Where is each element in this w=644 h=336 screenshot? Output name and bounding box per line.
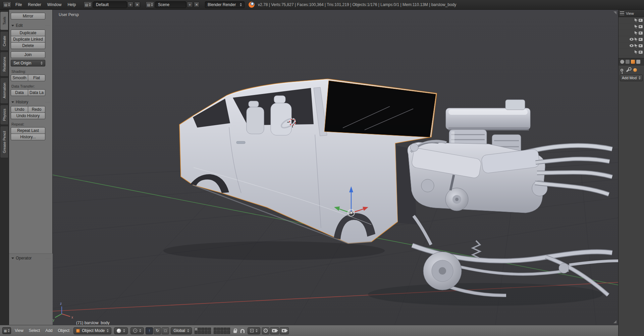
layer-cell[interactable] (224, 328, 227, 331)
viewport-shading-select[interactable] (114, 327, 128, 334)
pivot-point-select[interactable] (130, 327, 144, 334)
manipulator-translate-toggle[interactable]: ↑ (146, 327, 153, 334)
render-engine-select[interactable]: Blender Render (205, 1, 245, 8)
properties-tab-scene-icon[interactable] (626, 60, 630, 64)
menu-object[interactable]: Object (55, 328, 72, 333)
history-panel-header[interactable]: History (11, 100, 52, 104)
set-origin-menu[interactable]: Set Origin (11, 60, 45, 66)
panel-grip-icon[interactable] (46, 256, 51, 260)
menu-help[interactable]: Help (64, 0, 79, 10)
restrict-select-icon[interactable] (635, 50, 638, 54)
restrict-view-icon[interactable] (630, 44, 634, 47)
lock-icon[interactable] (233, 330, 237, 333)
smooth-button[interactable]: Smooth (11, 75, 28, 81)
tab-tools[interactable]: Tools (0, 11, 8, 30)
manipulator-rotate-toggle[interactable]: ↻ (154, 327, 161, 334)
outliner-row[interactable] (619, 23, 644, 30)
opengl-render-anim-button[interactable] (280, 327, 289, 334)
layer-cell[interactable] (208, 328, 211, 331)
redo-button[interactable]: Redo (28, 106, 45, 113)
proportional-edit-toggle[interactable] (262, 327, 269, 334)
restrict-render-icon[interactable] (639, 32, 643, 35)
layer-cell[interactable] (217, 328, 220, 331)
layer-cell[interactable] (227, 331, 230, 334)
layer-cell[interactable] (198, 328, 201, 331)
data-layout-button[interactable]: Data La (28, 89, 45, 96)
undo-history-button[interactable]: Undo History (11, 112, 45, 119)
restrict-render-icon[interactable] (639, 38, 643, 41)
layer-cell[interactable] (214, 331, 217, 334)
panel-grip-icon[interactable] (45, 24, 51, 27)
history-more-button[interactable]: History... (11, 134, 45, 140)
repeat-last-button[interactable]: Repeat Last (11, 127, 45, 134)
restrict-select-icon[interactable] (635, 18, 638, 22)
tab-grease-pencil[interactable]: Grease Pencil (0, 126, 8, 158)
flat-button[interactable]: Flat (28, 75, 45, 81)
snap-magnet-icon[interactable] (240, 329, 245, 333)
layer-cell[interactable] (214, 328, 217, 331)
add-modifier-button[interactable]: Add Mod (620, 75, 643, 81)
layer-cell[interactable] (205, 328, 208, 331)
scene-browse-button[interactable] (146, 1, 154, 8)
mode-select[interactable]: Object Mode (73, 327, 111, 334)
duplicate-button[interactable]: Duplicate (11, 30, 45, 36)
properties-tab-modifiers-icon[interactable] (636, 60, 640, 64)
opengl-render-button[interactable] (270, 327, 279, 334)
layer-cell[interactable] (195, 331, 198, 334)
close-layout-button[interactable]: ✕ (134, 2, 140, 8)
restrict-select-icon[interactable] (635, 44, 638, 48)
restrict-render-icon[interactable] (639, 19, 643, 22)
layer-cell[interactable] (224, 331, 227, 334)
editor-type-button-3dview[interactable] (2, 327, 11, 334)
layer-cell[interactable] (198, 331, 201, 334)
restrict-select-icon[interactable] (635, 38, 638, 41)
outliner-view-menu[interactable]: View (626, 11, 634, 15)
layer-cell[interactable] (217, 331, 220, 334)
restrict-render-icon[interactable] (639, 51, 643, 54)
pin-icon[interactable] (621, 69, 623, 71)
layer-cell[interactable] (201, 328, 204, 331)
restrict-select-icon[interactable] (635, 25, 638, 29)
undo-button[interactable]: Undo (11, 106, 28, 113)
properties-tab-object-icon[interactable] (631, 60, 635, 64)
outliner-row[interactable] (619, 36, 644, 43)
properties-tab-render-icon[interactable] (620, 60, 624, 64)
tab-physics[interactable]: Physics (0, 105, 8, 125)
data-button[interactable]: Data (11, 89, 28, 96)
viewport-canvas[interactable]: x y z (53, 10, 618, 325)
restrict-render-icon[interactable] (639, 25, 643, 28)
layer-cell[interactable] (227, 328, 230, 331)
snap-element-select[interactable] (248, 327, 260, 334)
outliner-row[interactable] (619, 30, 644, 36)
restrict-view-icon[interactable] (630, 38, 634, 41)
tab-animation[interactable]: Animation (0, 78, 8, 104)
menu-view[interactable]: View (12, 328, 26, 333)
mirror-button[interactable]: Mirror (11, 13, 45, 19)
close-scene-button[interactable]: ✕ (194, 2, 200, 8)
transform-orientation-select[interactable]: Global (171, 327, 192, 334)
viewport-3d[interactable]: x y z User Persp (71) barstow_body (53, 10, 618, 325)
screen-layout-field[interactable]: Default (93, 1, 127, 8)
layer-cell[interactable] (208, 331, 211, 334)
restrict-render-icon[interactable] (639, 44, 643, 47)
layer-cell[interactable] (220, 331, 223, 334)
region-resize-handle[interactable] (613, 320, 616, 323)
duplicate-linked-button[interactable]: Duplicate Linked (11, 36, 45, 43)
tab-create[interactable]: Create (0, 31, 8, 51)
outliner-row[interactable] (619, 49, 644, 55)
layer-cell[interactable] (195, 328, 198, 331)
screen-layout-browse-button[interactable] (84, 1, 92, 8)
menu-file[interactable]: File (12, 0, 25, 10)
menu-add[interactable]: Add (43, 328, 55, 333)
add-scene-button[interactable]: + (187, 2, 193, 8)
operator-panel-header[interactable]: Operator (11, 256, 53, 260)
menu-render[interactable]: Render (25, 0, 44, 10)
wrench-icon[interactable] (626, 68, 630, 72)
edit-panel-header[interactable]: Edit (11, 23, 52, 28)
layer-cell[interactable] (220, 328, 223, 331)
menu-select[interactable]: Select (26, 328, 43, 333)
outliner-row[interactable] (619, 43, 644, 49)
tab-relations[interactable]: Relations (0, 52, 8, 77)
material-sphere-icon[interactable] (633, 68, 637, 72)
manipulator-scale-toggle[interactable]: □ (162, 327, 169, 334)
